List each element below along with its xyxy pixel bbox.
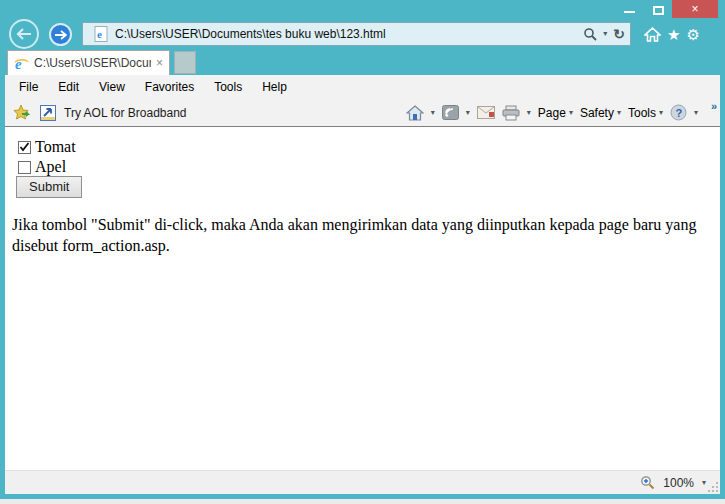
desktop-edge-strip xyxy=(0,499,725,504)
svg-text:e: e xyxy=(97,28,102,40)
maximize-icon xyxy=(653,6,664,15)
close-icon: × xyxy=(691,2,698,16)
new-tab-button[interactable] xyxy=(174,51,196,74)
page-menu-button[interactable]: Page ▾ xyxy=(538,106,573,120)
home-dropdown-caret-icon[interactable]: ▾ xyxy=(431,109,435,117)
checkbox-row-apel: Apel xyxy=(18,158,66,176)
page-favicon-icon: e xyxy=(94,26,109,42)
zoom-magnifier-icon xyxy=(640,475,655,490)
safety-menu-label: Safety xyxy=(580,106,614,120)
safety-menu-button[interactable]: Safety ▾ xyxy=(580,106,621,120)
window-border-left xyxy=(0,75,5,499)
page-paragraph: Jika tombol "Submit" di-click, maka Anda… xyxy=(12,214,712,256)
print-dropdown-caret-icon[interactable]: ▾ xyxy=(527,109,531,117)
search-icon[interactable] xyxy=(583,27,597,41)
svg-text:?: ? xyxy=(675,107,682,119)
svg-text:e: e xyxy=(15,56,22,71)
search-dropdown-caret-icon[interactable]: ▾ xyxy=(603,30,607,38)
browser-tab[interactable]: e C:\Users\USER\Documents... × xyxy=(7,50,170,75)
tab-favicon-icon: e xyxy=(14,56,29,71)
back-button[interactable] xyxy=(9,19,39,49)
tools-dropdown-caret-icon: ▾ xyxy=(659,109,663,117)
zoom-level: 100% xyxy=(663,476,694,490)
safety-dropdown-caret-icon: ▾ xyxy=(617,109,621,117)
menu-item-help[interactable]: Help xyxy=(262,80,287,94)
checkbox-tomat[interactable] xyxy=(18,141,31,154)
forward-arrow-icon xyxy=(54,30,67,40)
checkbox-apel[interactable] xyxy=(18,161,31,174)
rss-feeds-icon[interactable] xyxy=(442,105,459,120)
title-bar: e C:\Users\USER\Documents\tes buku web\1… xyxy=(0,0,725,75)
menu-item-favorites[interactable]: Favorites xyxy=(145,80,194,94)
tools-menu-label: Tools xyxy=(628,106,656,120)
help-dropdown-caret-icon[interactable]: ▾ xyxy=(694,109,698,117)
favorites-star-icon[interactable]: ★ xyxy=(667,27,680,42)
zoom-dropdown-caret-icon[interactable]: ▾ xyxy=(702,479,706,487)
zoom-control[interactable]: 100% ▾ xyxy=(640,471,706,494)
titlebar-quick-icons: ★ ⚙ xyxy=(644,22,720,46)
page-dropdown-caret-icon: ▾ xyxy=(569,109,573,117)
favorites-bar: Try AOL for Broadband ▾ ▾ ▾ Page ▾ xyxy=(5,99,720,127)
checkbox-row-tomat: Tomat xyxy=(18,138,76,156)
page-content: Tomat Apel Submit Jika tombol "Submit" d… xyxy=(5,128,720,470)
minimize-icon xyxy=(624,11,635,13)
read-mail-icon[interactable] xyxy=(477,106,495,119)
browser-window: e C:\Users\USER\Documents\tes buku web\1… xyxy=(0,0,725,504)
refresh-icon[interactable]: ↻ xyxy=(613,27,625,41)
menu-bar: File Edit View Favorites Tools Help xyxy=(5,75,720,99)
favorites-bar-left: Try AOL for Broadband xyxy=(13,99,187,126)
close-button[interactable]: × xyxy=(672,0,718,18)
minimize-button[interactable] xyxy=(616,0,642,18)
address-bar[interactable]: e C:\Users\USER\Documents\tes buku web\1… xyxy=(82,22,631,46)
menu-item-edit[interactable]: Edit xyxy=(58,80,79,94)
maximize-button[interactable] xyxy=(646,0,670,18)
home-page-icon[interactable] xyxy=(406,105,424,121)
tab-close-icon[interactable]: × xyxy=(156,56,163,70)
home-icon[interactable] xyxy=(644,27,661,42)
feeds-dropdown-caret-icon[interactable]: ▾ xyxy=(466,109,470,117)
menu-item-file[interactable]: File xyxy=(19,80,38,94)
checkbox-label-tomat[interactable]: Tomat xyxy=(35,138,76,156)
submit-button[interactable]: Submit xyxy=(16,176,82,198)
back-arrow-icon xyxy=(16,28,32,40)
tools-menu-button[interactable]: Tools ▾ xyxy=(628,106,663,120)
tab-title: C:\Users\USER\Documents... xyxy=(34,56,151,70)
aol-favicon-icon[interactable] xyxy=(40,105,56,121)
favorites-bar-link[interactable]: Try AOL for Broadband xyxy=(64,106,187,120)
settings-gear-icon[interactable]: ⚙ xyxy=(686,27,699,42)
toolbar-overflow-chevron-icon[interactable]: » xyxy=(711,100,717,112)
window-border-right xyxy=(720,75,725,499)
checkmark-icon xyxy=(19,142,30,152)
menu-item-tools[interactable]: Tools xyxy=(214,80,242,94)
print-icon[interactable] xyxy=(502,105,520,121)
forward-button[interactable] xyxy=(49,23,72,46)
menu-item-view[interactable]: View xyxy=(99,80,125,94)
address-url[interactable]: C:\Users\USER\Documents\tes buku web\123… xyxy=(115,27,577,41)
page-menu-label: Page xyxy=(538,106,566,120)
help-icon[interactable]: ? xyxy=(670,104,687,121)
resize-grip[interactable] xyxy=(708,482,718,492)
add-favorite-star-icon[interactable] xyxy=(13,104,32,121)
command-bar: ▾ ▾ ▾ Page ▾ Safety ▾ Tools ▾ xyxy=(406,99,698,126)
checkbox-label-apel[interactable]: Apel xyxy=(35,158,66,176)
status-bar: 100% ▾ xyxy=(5,470,720,494)
